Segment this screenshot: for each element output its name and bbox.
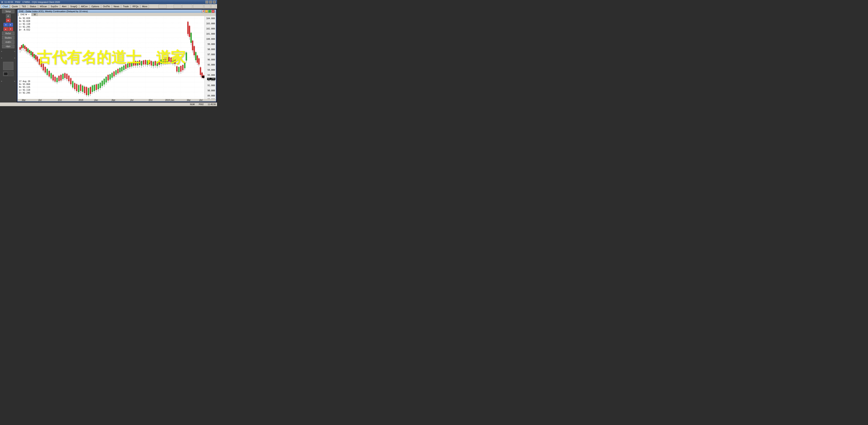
- svg-rect-32: [21, 45, 22, 48]
- menu-alert[interactable]: Alert: [60, 4, 68, 8]
- svg-rect-46: [32, 52, 33, 57]
- menu-supsrv[interactable]: SupSrv: [49, 4, 60, 8]
- menu-allcon[interactable]: AllCon: [80, 4, 89, 8]
- right-arrow-mid[interactable]: +: [14, 57, 15, 59]
- svg-rect-98: [82, 86, 83, 92]
- chart-close-button[interactable]: ✕: [212, 10, 215, 13]
- page-nav-right[interactable]: ►: [170, 5, 173, 8]
- nav-icon-left[interactable]: ◄: [3, 23, 8, 27]
- time-label-oct17: |Oct: [58, 99, 62, 101]
- help-button[interactable]: ?: [211, 4, 215, 8]
- page-nav-left[interactable]: ◄: [167, 5, 170, 8]
- list-button[interactable]: <list>: [2, 44, 14, 48]
- red-icon-1[interactable]: ■: [6, 19, 10, 22]
- menu-more[interactable]: More: [141, 4, 149, 8]
- menu-ts[interactable]: T&S: [20, 4, 28, 8]
- nav-icon-up[interactable]: ▲: [3, 27, 8, 31]
- window-button[interactable]: Window: [193, 4, 204, 8]
- svg-rect-227: [202, 76, 205, 78]
- title-text: 11:45:55 P002 174856 - CQG Integrated Cl…: [4, 1, 60, 3]
- price-104: 104.000: [206, 17, 215, 20]
- menu-mscan[interactable]: MScan: [38, 4, 49, 8]
- chart-body[interactable]: O= 92.820 H= 92.820 L= 92.110 C= 92.295 …: [18, 16, 216, 99]
- menu-news[interactable]: News: [112, 4, 121, 8]
- time-label-jan19: |Jan: [170, 99, 174, 101]
- svg-rect-72: [57, 78, 58, 82]
- price-93: 93.000: [208, 74, 215, 76]
- printer-icon[interactable]: 🖨: [6, 14, 10, 18]
- svg-rect-60: [45, 67, 46, 72]
- close-button[interactable]: ✕: [213, 1, 216, 3]
- svg-rect-88: [72, 81, 73, 88]
- svg-rect-174: [157, 62, 158, 66]
- svg-rect-122: [105, 77, 107, 83]
- menu-options[interactable]: Options: [90, 4, 101, 8]
- price-98: 98.000: [208, 48, 215, 51]
- svg-rect-156: [139, 60, 140, 65]
- time-label-jul19: |Jul: [199, 99, 203, 101]
- svg-rect-216: [195, 52, 196, 60]
- svg-rect-198: [180, 66, 182, 71]
- maximize-button[interactable]: □: [209, 1, 212, 3]
- page-button[interactable]: Page: [159, 4, 166, 8]
- menu-ordtkt[interactable]: OrdTkt: [101, 4, 112, 8]
- menu-quote[interactable]: Quote: [10, 4, 20, 8]
- svg-rect-146: [129, 63, 130, 67]
- dark-swatch: [3, 71, 13, 76]
- left-arrow-mid[interactable]: +: [1, 57, 2, 59]
- right-arrow-bot[interactable]: +: [14, 80, 15, 83]
- chart-canvas[interactable]: 古代有名的道士，道家 17 Aug 20 O= 93.060 H= 93.115…: [18, 16, 205, 99]
- minimize-button[interactable]: _: [206, 1, 208, 3]
- svg-rect-212: [192, 41, 193, 50]
- svg-rect-158: [141, 61, 142, 65]
- chart-tab-w[interactable]: W: [32, 13, 37, 16]
- svg-rect-194: [176, 66, 178, 71]
- chart-minimize-button[interactable]: _: [205, 10, 208, 13]
- right-arrow-top[interactable]: +: [14, 50, 15, 53]
- svg-rect-104: [88, 88, 89, 95]
- tab-close-icon[interactable]: ✕: [28, 13, 30, 16]
- intd-button[interactable]: <IntD>: [2, 40, 14, 44]
- svg-rect-206: [187, 22, 189, 34]
- svg-rect-140: [123, 66, 125, 70]
- menu-trade[interactable]: Trade: [121, 4, 130, 8]
- svg-rect-210: [190, 33, 192, 43]
- menu-status[interactable]: Status: [28, 4, 38, 8]
- chart-title-bar: DXE - Dollar Index (ICE), Weekly Continu…: [18, 10, 216, 13]
- chart-title-buttons: 📌 _ □ ✕: [202, 10, 215, 13]
- nav-icon-right[interactable]: ►: [8, 23, 13, 27]
- chart-window: DXE - Dollar Index (ICE), Weekly Continu…: [17, 9, 216, 102]
- support-button[interactable]: Support: [182, 4, 192, 8]
- menu-chart[interactable]: Chart: [1, 4, 10, 8]
- save-button[interactable]: Save: [174, 4, 181, 8]
- svg-rect-52: [37, 57, 38, 61]
- svg-rect-48: [34, 54, 35, 58]
- chart-tab-dxew[interactable]: DXE W ✕: [19, 13, 32, 16]
- exit-button[interactable]: Exit: [204, 4, 211, 8]
- svg-rect-176: [159, 60, 160, 65]
- chart-pin-button[interactable]: 📌: [202, 10, 205, 13]
- svg-rect-144: [127, 64, 128, 68]
- studies-button[interactable]: Studies: [2, 36, 14, 40]
- rescl-button[interactable]: ReScl: [2, 32, 14, 35]
- profile-label: P002: [199, 103, 204, 105]
- menu-snapq[interactable]: SnapQ: [68, 4, 79, 8]
- price-92: 92.000: [208, 79, 215, 81]
- nav-icon-down[interactable]: ▼: [8, 27, 13, 31]
- setup-button[interactable]: Setup: [2, 9, 14, 13]
- svg-rect-70: [55, 77, 56, 81]
- svg-rect-164: [147, 60, 148, 65]
- menu-rfqs[interactable]: RFQs: [131, 4, 140, 8]
- svg-rect-86: [70, 78, 71, 84]
- status-time: 11:45:56: [208, 103, 216, 105]
- chart-maximize-button[interactable]: □: [208, 10, 211, 13]
- svg-rect-154: [137, 61, 138, 65]
- svg-rect-92: [76, 84, 78, 91]
- time-label-jul18: |Jul: [130, 99, 133, 101]
- svg-rect-62: [46, 69, 48, 75]
- candlestick-chart: [18, 16, 205, 99]
- num-label: NUM: [190, 103, 195, 105]
- left-arrow-bot[interactable]: +: [1, 80, 2, 83]
- left-arrow-top[interactable]: +: [1, 50, 2, 53]
- bottom-ohlc-info: 17 Aug 20 O= 93.060 H= 93.115 L= 92.110 …: [19, 80, 30, 94]
